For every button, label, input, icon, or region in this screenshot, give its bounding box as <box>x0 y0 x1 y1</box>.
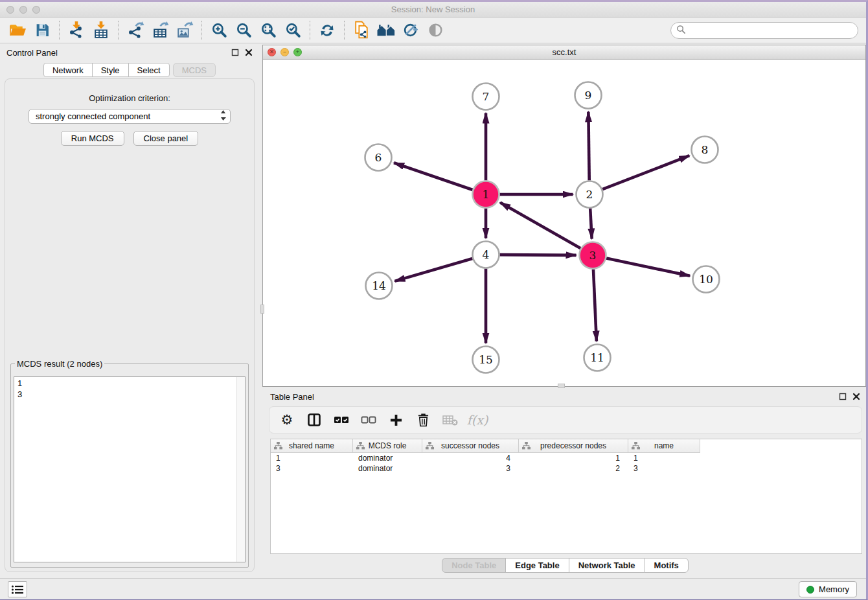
duplicate-network-icon[interactable] <box>349 19 374 41</box>
export-table-icon[interactable] <box>148 19 172 41</box>
open-session-icon[interactable] <box>5 19 30 41</box>
float-table-panel-icon[interactable] <box>839 393 847 400</box>
table-row[interactable]: 1dominator411 <box>271 453 862 463</box>
control-panel-tabs: NetworkStyleSelectMCDS <box>0 63 259 77</box>
search-input[interactable] <box>689 26 852 36</box>
graph-edge-4-14[interactable] <box>394 259 472 281</box>
graph-edge-2-9[interactable] <box>588 111 589 180</box>
graph-node-15[interactable]: 15 <box>473 347 499 373</box>
export-image-icon[interactable] <box>172 19 197 41</box>
save-session-icon[interactable] <box>30 19 54 41</box>
show-vizmapper-icon[interactable] <box>398 19 423 41</box>
column-header-MCDS-role[interactable]: MCDS role <box>353 439 422 453</box>
toolbar-separator <box>201 21 202 40</box>
canvas-splitter-handle[interactable] <box>558 384 565 388</box>
close-window-button[interactable] <box>6 6 14 14</box>
column-header-name[interactable]: name <box>628 439 700 453</box>
column-header-label: shared name <box>289 441 334 450</box>
graph-edge-3-11[interactable] <box>593 269 597 341</box>
network-canvas[interactable]: 7968124314101511 <box>264 60 865 386</box>
graph-node-7[interactable]: 7 <box>473 84 499 110</box>
delete-column-icon[interactable] <box>415 410 431 430</box>
tab-mcds[interactable]: MCDS <box>173 63 216 77</box>
table-cell[interactable]: 3 <box>628 463 700 474</box>
graph-node-label: 7 <box>483 90 490 103</box>
refresh-network-icon[interactable] <box>315 19 339 41</box>
first-neighbors-icon[interactable] <box>374 19 398 41</box>
search-box[interactable] <box>670 22 858 39</box>
column-header-predecessor-nodes[interactable]: predecessor nodes <box>519 439 628 453</box>
close-panel-button[interactable]: Close panel <box>133 131 199 146</box>
table-cell[interactable]: 1 <box>519 453 628 463</box>
table-row[interactable]: 3dominator323 <box>271 463 862 474</box>
tab-edge-table[interactable]: Edge Table <box>505 558 569 573</box>
select-all-icon[interactable] <box>333 410 350 430</box>
network-minimize-icon[interactable]: − <box>280 48 289 56</box>
window-titlebar: Session: New Session <box>0 2 866 17</box>
zoom-in-icon[interactable] <box>207 19 231 41</box>
table-toolbar: ⚙f(x) <box>269 406 862 433</box>
tab-network[interactable]: Network <box>43 63 93 77</box>
graph-edge-4-3[interactable] <box>499 255 576 255</box>
network-graph[interactable]: 7968124314101511 <box>264 60 866 386</box>
deselect-all-icon[interactable] <box>360 410 377 430</box>
result-scrollbar[interactable] <box>236 377 245 562</box>
graph-edge-2-8[interactable] <box>602 156 689 189</box>
settings-icon[interactable]: ⚙ <box>279 410 295 430</box>
table-cell[interactable]: dominator <box>353 453 422 463</box>
table-cell[interactable]: 3 <box>422 463 519 474</box>
graph-node-6[interactable]: 6 <box>365 144 392 171</box>
network-close-icon[interactable]: ✕ <box>268 48 276 56</box>
float-panel-icon[interactable] <box>231 49 239 56</box>
minimize-window-button[interactable] <box>19 6 27 14</box>
run-mcds-button[interactable]: Run MCDS <box>61 131 124 146</box>
tab-style[interactable]: Style <box>92 63 129 77</box>
graph-node-2[interactable]: 2 <box>577 181 603 208</box>
zoom-fit-icon[interactable] <box>256 19 280 41</box>
graph-edge-3-1[interactable] <box>500 203 580 249</box>
table-cell[interactable]: 4 <box>422 453 519 463</box>
memory-button[interactable]: Memory <box>799 581 857 597</box>
graph-edge-2-3[interactable] <box>590 208 592 238</box>
graph-edge-1-6[interactable] <box>394 163 473 190</box>
panel-splitter-handle[interactable] <box>260 305 264 314</box>
graph-node-11[interactable]: 11 <box>584 345 611 371</box>
graph-node-9[interactable]: 9 <box>575 82 602 109</box>
zoom-out-icon[interactable] <box>231 19 256 41</box>
table-cell[interactable]: 1 <box>271 453 353 463</box>
add-column-icon[interactable] <box>387 410 404 430</box>
search-icon <box>676 25 686 36</box>
criterion-select[interactable]: strongly connected component <box>29 109 231 124</box>
column-header-successor-nodes[interactable]: successor nodes <box>422 439 519 453</box>
graph-node-3[interactable]: 3 <box>580 242 606 269</box>
close-table-panel-icon[interactable] <box>852 393 860 400</box>
close-panel-icon[interactable] <box>245 49 253 56</box>
mcds-result-text[interactable]: 13 <box>14 376 246 562</box>
table-cell[interactable]: 2 <box>519 463 628 474</box>
task-history-button[interactable] <box>8 581 27 597</box>
import-network-icon[interactable] <box>64 19 89 41</box>
tab-network-table[interactable]: Network Table <box>569 558 645 573</box>
network-window-titlebar[interactable]: ✕ − + scc.txt <box>263 45 865 60</box>
table-cell[interactable]: 3 <box>271 463 353 474</box>
maximize-window-button[interactable] <box>32 6 40 14</box>
tab-motifs[interactable]: Motifs <box>645 558 689 573</box>
graph-node-4[interactable]: 4 <box>473 242 499 268</box>
tab-node-table[interactable]: Node Table <box>442 558 506 573</box>
graph-node-1[interactable]: 1 <box>473 181 499 208</box>
column-header-shared-name[interactable]: shared name <box>271 439 353 453</box>
table-cell[interactable]: 1 <box>628 453 700 463</box>
graph-node-10[interactable]: 10 <box>693 266 720 293</box>
import-table-icon[interactable] <box>89 19 113 41</box>
columns-icon[interactable] <box>306 410 323 430</box>
network-window-title: scc.txt <box>553 47 577 57</box>
graph-node-8[interactable]: 8 <box>692 137 718 163</box>
graph-node-14[interactable]: 14 <box>366 273 393 299</box>
export-network-icon[interactable] <box>123 19 148 41</box>
table-cell[interactable]: dominator <box>353 463 422 474</box>
graph-edge-3-10[interactable] <box>606 258 690 275</box>
zoom-selected-icon[interactable] <box>280 19 305 41</box>
tab-select[interactable]: Select <box>128 63 170 77</box>
toolbar-separator <box>344 21 345 40</box>
network-maximize-icon[interactable]: + <box>293 48 302 56</box>
